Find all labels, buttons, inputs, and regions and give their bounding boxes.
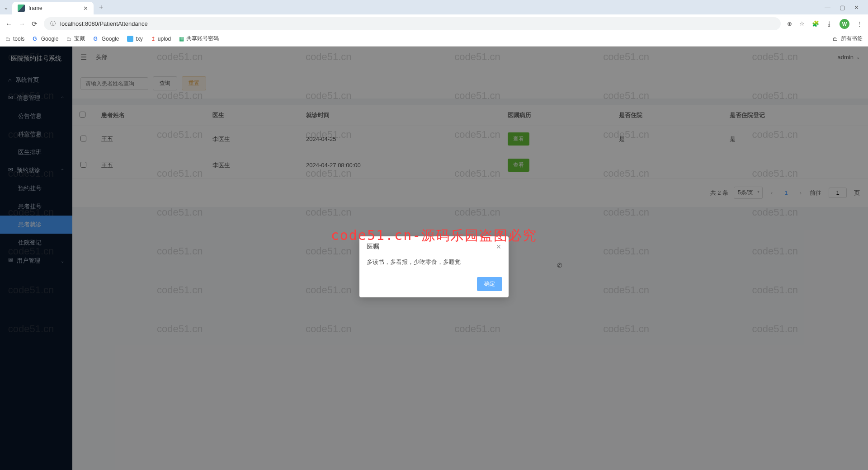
tab-bar: ⌄ frame ✕ + — ▢ ✕ — [0, 0, 868, 14]
bookmark-bar: 🗀tools Google 🗀宝藏 Google txy ↥uplod ▦共享账… — [0, 33, 868, 46]
folder-icon: 🗀 — [5, 36, 11, 42]
app-root: 医院预约挂号系统 ⌂系统首页 ✉信息管理⌃ 公告信息 科室信息 医生排班 ✉预约… — [0, 47, 868, 470]
confirm-dialog: 医嘱 ✕ 多读书，多看报，少吃零食，多睡觉 确定 — [359, 236, 509, 297]
forward-button[interactable]: → — [19, 20, 25, 28]
back-button[interactable]: ← — [5, 20, 12, 28]
browser-more-icon[interactable]: ⋮ — [857, 20, 863, 27]
minimize-button[interactable]: — — [825, 4, 830, 11]
url-text: localhost:8080/PatientAttendance — [60, 20, 774, 27]
confirm-button[interactable]: 确定 — [477, 277, 502, 291]
favicon-icon — [18, 5, 25, 12]
folder-icon: 🗀 — [833, 36, 838, 42]
install-app-icon[interactable]: ⊕ — [787, 20, 792, 27]
window-controls: — ▢ ✕ — [825, 4, 864, 11]
maximize-button[interactable]: ▢ — [840, 4, 845, 11]
close-window-button[interactable]: ✕ — [854, 4, 859, 11]
bookmark-item-share[interactable]: ▦共享账号密码 — [179, 35, 219, 42]
extensions-icon[interactable]: 🧩 — [812, 20, 819, 27]
close-icon[interactable]: ✕ — [83, 5, 88, 12]
all-bookmarks[interactable]: 🗀所有书签 — [833, 35, 863, 42]
profile-avatar[interactable]: W — [840, 19, 849, 29]
bookmark-item-google[interactable]: Google — [33, 36, 58, 42]
bookmark-item-uplod[interactable]: ↥uplod — [151, 36, 171, 42]
browser-menu-dropdown[interactable]: ⌄ — [4, 4, 9, 11]
site-info-icon[interactable]: ⓘ — [50, 20, 56, 28]
bookmark-item-txy[interactable]: txy — [127, 36, 142, 42]
reload-button[interactable]: ⟳ — [32, 20, 38, 28]
tab-title: frame — [28, 5, 80, 11]
dialog-body: 多读书，多看报，少吃零食，多睡觉 — [359, 254, 509, 273]
bookmark-star-icon[interactable]: ☆ — [799, 20, 805, 27]
download-icon[interactable]: ⭳ — [826, 20, 832, 27]
new-tab-button[interactable]: + — [99, 3, 103, 11]
txy-icon — [127, 36, 133, 42]
dialog-title: 医嘱 — [367, 243, 379, 251]
address-bar: ← → ⟳ ⓘ localhost:8080/PatientAttendance… — [0, 14, 868, 33]
close-icon[interactable]: ✕ — [496, 243, 501, 250]
bookmark-item-treasure[interactable]: 🗀宝藏 — [66, 35, 85, 42]
folder-icon: 🗀 — [66, 36, 72, 42]
bookmark-item-google-2[interactable]: Google — [93, 36, 119, 42]
upload-icon: ↥ — [151, 36, 156, 42]
url-bar[interactable]: ⓘ localhost:8080/PatientAttendance — [44, 17, 781, 30]
bookmark-item-tools[interactable]: 🗀tools — [5, 36, 24, 42]
browser-tab[interactable]: frame ✕ — [12, 2, 94, 14]
browser-chrome: ⌄ frame ✕ + — ▢ ✕ ← → ⟳ ⓘ localhost:8080… — [0, 0, 868, 47]
share-icon: ▦ — [179, 36, 184, 42]
